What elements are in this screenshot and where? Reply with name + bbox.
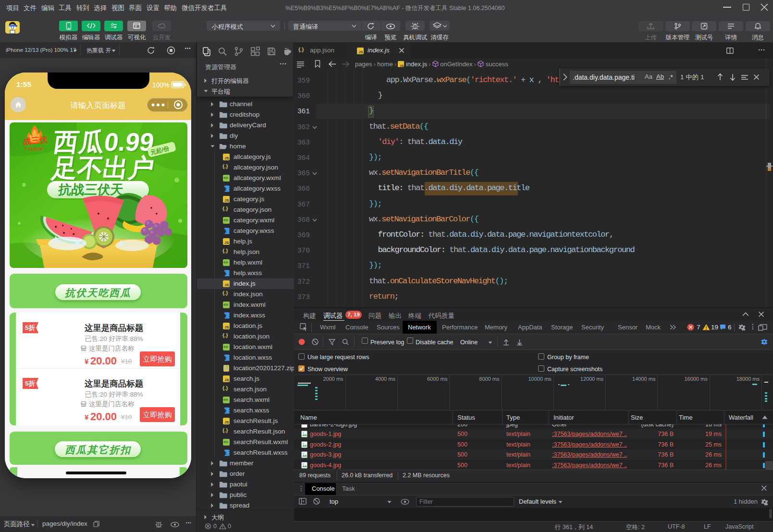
svg-text:西瓜0.99: 西瓜0.99 bbox=[51, 128, 156, 156]
svg-text:7.12-8.20: 7.12-8.20 bbox=[25, 146, 43, 151]
svg-text:足不出户: 足不出户 bbox=[49, 154, 156, 182]
svg-text:抗战三伏天: 抗战三伏天 bbox=[57, 182, 124, 197]
